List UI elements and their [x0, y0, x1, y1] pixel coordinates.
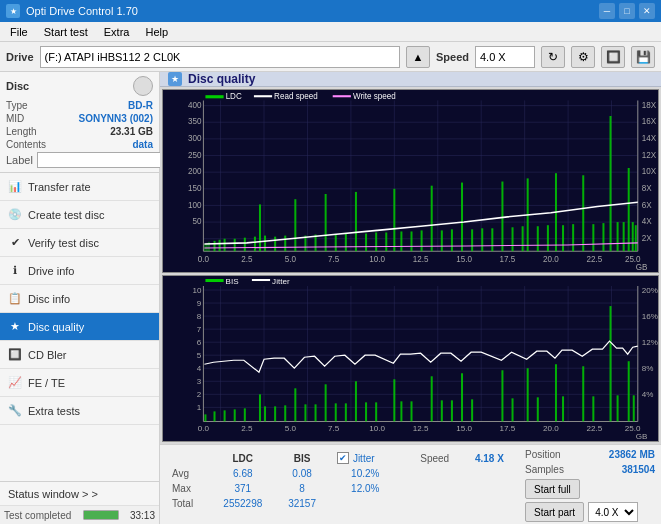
sidebar-item-create-test-disc[interactable]: 💿 Create test disc [0, 201, 159, 229]
save-button[interactable]: 💾 [631, 46, 655, 68]
svg-text:22.5: 22.5 [587, 254, 603, 263]
create-test-disc-icon: 💿 [8, 208, 22, 222]
disc-length-row: Length 23.31 GB [6, 126, 153, 137]
svg-rect-172 [294, 388, 296, 421]
disc-info-icon: 📋 [8, 292, 22, 306]
svg-text:15.0: 15.0 [456, 254, 472, 263]
label-input[interactable] [37, 152, 166, 168]
title-bar: ★ Opti Drive Control 1.70 ─ □ ✕ [0, 0, 661, 22]
svg-text:16X: 16X [642, 117, 657, 126]
svg-rect-92 [547, 225, 549, 251]
col-empty [168, 451, 208, 465]
svg-rect-165 [224, 410, 226, 421]
svg-rect-201 [205, 279, 223, 282]
svg-text:Read speed: Read speed [274, 92, 318, 101]
svg-rect-169 [264, 406, 266, 421]
start-part-speed-selector[interactable]: 4.0 X 2.0 X 1.0 X [588, 502, 638, 522]
sidebar-item-verify-test-disc[interactable]: ✔ Verify test disc [0, 229, 159, 257]
svg-rect-182 [400, 401, 402, 421]
svg-rect-105 [205, 95, 223, 98]
position-row: Position 23862 MB [525, 449, 655, 460]
svg-rect-181 [393, 379, 395, 421]
svg-text:50: 50 [192, 217, 201, 226]
cd-bler-icon: 🔲 [8, 348, 22, 362]
drive-selector[interactable]: (F:) ATAPI iHBS112 2 CL0K [40, 46, 400, 68]
fe-te-label: FE / TE [28, 377, 65, 389]
menu-bar: File Start test Extra Help [0, 22, 661, 42]
start-full-button[interactable]: Start full [525, 479, 580, 499]
sidebar-item-fe-te[interactable]: 📈 FE / TE [0, 369, 159, 397]
svg-text:8%: 8% [642, 364, 654, 373]
close-button[interactable]: ✕ [639, 3, 655, 19]
svg-rect-83 [461, 183, 463, 252]
extra-tests-icon: 🔧 [8, 404, 22, 418]
svg-text:300: 300 [188, 134, 202, 143]
eject-button[interactable]: ▲ [406, 46, 430, 68]
svg-rect-178 [355, 381, 357, 421]
svg-rect-59 [234, 239, 236, 251]
menu-start-test[interactable]: Start test [38, 25, 94, 39]
menu-help[interactable]: Help [139, 25, 174, 39]
svg-text:14X: 14X [642, 134, 657, 143]
status-window-button[interactable]: Status window > > [0, 482, 159, 506]
speed-val1: 4.18 X [475, 453, 504, 464]
sidebar-item-transfer-rate[interactable]: 📊 Transfer rate [0, 173, 159, 201]
disc-quality-title: Disc quality [188, 72, 255, 86]
svg-rect-107 [254, 95, 272, 97]
svg-text:0.0: 0.0 [198, 424, 210, 433]
options-button1[interactable]: ⚙ [571, 46, 595, 68]
svg-rect-191 [527, 368, 529, 421]
svg-text:10X: 10X [642, 167, 657, 176]
svg-text:BIS: BIS [226, 277, 239, 286]
speed-selector[interactable]: 4.0 X [475, 46, 535, 68]
minimize-button[interactable]: ─ [599, 3, 615, 19]
svg-text:5: 5 [197, 351, 202, 360]
position-value: 23862 MB [609, 449, 655, 460]
svg-rect-96 [582, 175, 584, 251]
menu-file[interactable]: File [4, 25, 34, 39]
stats-avg-row: Avg 6.68 0.08 10.2% [168, 467, 515, 480]
app-title: Opti Drive Control 1.70 [26, 5, 138, 17]
sidebar-item-disc-quality[interactable]: ★ Disc quality [0, 313, 159, 341]
menu-extra[interactable]: Extra [98, 25, 136, 39]
svg-text:400: 400 [188, 101, 202, 110]
svg-text:18X: 18X [642, 101, 657, 110]
svg-rect-177 [345, 403, 347, 421]
svg-rect-195 [582, 366, 584, 421]
drive-info-label: Drive info [28, 265, 74, 277]
refresh-button[interactable]: ↻ [541, 46, 565, 68]
jitter-checkbox[interactable]: ✔ [337, 452, 349, 464]
svg-rect-186 [451, 400, 453, 421]
svg-text:3: 3 [197, 377, 202, 386]
options-button2[interactable]: 🔲 [601, 46, 625, 68]
maximize-button[interactable]: □ [619, 3, 635, 19]
sidebar-item-extra-tests[interactable]: 🔧 Extra tests [0, 397, 159, 425]
svg-rect-170 [274, 406, 276, 421]
svg-rect-87 [501, 182, 503, 252]
col-ldc: LDC [210, 451, 275, 465]
svg-rect-101 [623, 222, 625, 251]
svg-rect-104 [635, 225, 637, 251]
svg-rect-103 [632, 222, 634, 251]
start-part-button[interactable]: Start part [525, 502, 584, 522]
svg-rect-94 [562, 225, 564, 251]
position-label: Position [525, 449, 561, 460]
sidebar-item-disc-info[interactable]: 📋 Disc info [0, 285, 159, 313]
mid-label: MID [6, 113, 24, 124]
disc-info-label: Disc info [28, 293, 70, 305]
stats-row: LDC BIS ✔ Jitter Speed [166, 449, 655, 522]
svg-rect-185 [441, 400, 443, 421]
svg-text:2.5: 2.5 [241, 424, 253, 433]
svg-text:10.0: 10.0 [369, 254, 385, 263]
extra-tests-label: Extra tests [28, 405, 80, 417]
svg-rect-200 [633, 395, 635, 421]
samples-value: 381504 [622, 464, 655, 475]
svg-text:100: 100 [188, 200, 202, 209]
svg-rect-100 [617, 222, 619, 251]
sidebar-item-cd-bler[interactable]: 🔲 CD Bler [0, 341, 159, 369]
app-icon: ★ [6, 4, 20, 18]
sidebar-item-drive-info[interactable]: ℹ Drive info [0, 257, 159, 285]
stats-right: Position 23862 MB Samples 381504 Start f… [525, 449, 655, 522]
avg-bis: 0.08 [277, 467, 327, 480]
svg-rect-166 [234, 409, 236, 421]
